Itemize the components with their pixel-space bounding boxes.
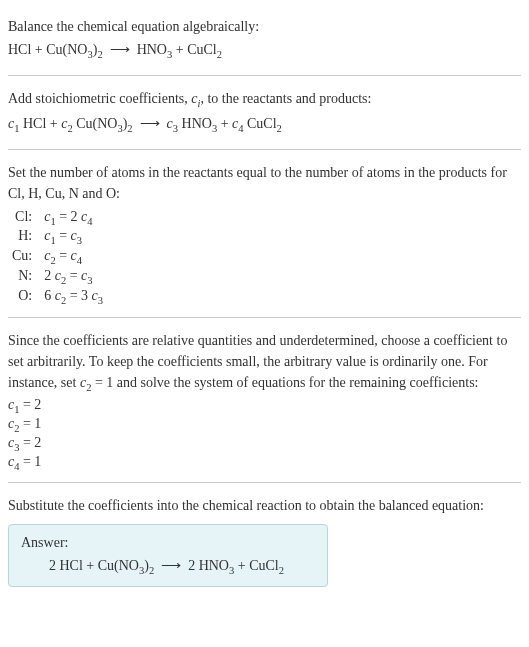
atom-equation: c1 = 2 c4: [40, 208, 107, 228]
table-row: Cu:c2 = c4: [8, 247, 107, 267]
coefficient-item: c4 = 1: [8, 454, 521, 472]
step4-section: Since the coefficients are relative quan…: [8, 322, 521, 479]
table-row: Cl:c1 = 2 c4: [8, 208, 107, 228]
divider: [8, 482, 521, 483]
step4-text: Since the coefficients are relative quan…: [8, 330, 521, 396]
table-row: H:c1 = c3: [8, 227, 107, 247]
table-row: N:2 c2 = c3: [8, 267, 107, 287]
coefficient-item: c2 = 1: [8, 416, 521, 434]
answer-equation: 2 HCl + Cu(NO3)2 ⟶ 2 HNO3 + CuCl2: [21, 557, 315, 576]
step2-equation: c1 HCl + c2 Cu(NO3)2 ⟶ c3 HNO3 + c4 CuCl…: [8, 113, 521, 137]
answer-label: Answer:: [21, 535, 315, 551]
atom-label: Cu:: [8, 247, 40, 267]
atom-label: Cl:: [8, 208, 40, 228]
atom-label: O:: [8, 287, 40, 307]
step1-section: Balance the chemical equation algebraica…: [8, 8, 521, 71]
answer-box: Answer: 2 HCl + Cu(NO3)2 ⟶ 2 HNO3 + CuCl…: [8, 524, 328, 587]
atom-equation: 2 c2 = c3: [40, 267, 107, 287]
coefficient-list: c1 = 2c2 = 1c3 = 2c4 = 1: [8, 397, 521, 471]
atom-equation: c1 = c3: [40, 227, 107, 247]
step5-section: Substitute the coefficients into the che…: [8, 487, 521, 593]
step3-title: Set the number of atoms in the reactants…: [8, 162, 521, 204]
divider: [8, 149, 521, 150]
step3-section: Set the number of atoms in the reactants…: [8, 154, 521, 313]
step1-equation: HCl + Cu(NO3)2 ⟶ HNO3 + CuCl2: [8, 39, 521, 63]
coefficient-item: c1 = 2: [8, 397, 521, 415]
atom-label: N:: [8, 267, 40, 287]
step5-title: Substitute the coefficients into the che…: [8, 495, 521, 516]
step2-title: Add stoichiometric coefficients, ci, to …: [8, 88, 521, 112]
step2-section: Add stoichiometric coefficients, ci, to …: [8, 80, 521, 145]
divider: [8, 317, 521, 318]
atom-equation: 6 c2 = 3 c3: [40, 287, 107, 307]
table-row: O:6 c2 = 3 c3: [8, 287, 107, 307]
divider: [8, 75, 521, 76]
atom-equations-table: Cl:c1 = 2 c4H:c1 = c3Cu:c2 = c4N:2 c2 = …: [8, 208, 107, 307]
step1-title: Balance the chemical equation algebraica…: [8, 16, 521, 37]
atom-equation: c2 = c4: [40, 247, 107, 267]
atom-label: H:: [8, 227, 40, 247]
coefficient-item: c3 = 2: [8, 435, 521, 453]
